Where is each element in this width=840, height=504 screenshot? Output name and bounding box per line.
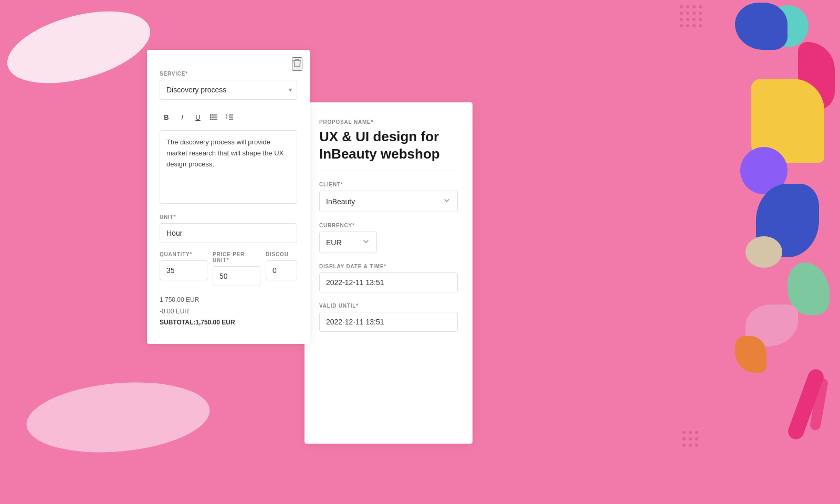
svg-point-24 — [695, 444, 698, 447]
price-field-group: PRICE PER UNIT* — [213, 251, 260, 286]
proposal-name-label: PROPOSAL NAME* — [319, 119, 458, 125]
display-date-label: DISPLAY DATE & TIME* — [319, 264, 458, 269]
svg-point-6 — [692, 12, 696, 15]
service-card: SERVICE* Discovery process ▾ B I U — [147, 50, 310, 344]
svg-point-27 — [210, 119, 212, 120]
quantity-field-group: QUANTITY* — [160, 251, 207, 286]
discount-label: DISCOU — [266, 251, 297, 257]
subtotal-line: SUBTOTAL:1,750.00 EUR — [160, 317, 297, 329]
client-select[interactable]: InBeauty — [319, 191, 458, 212]
quantity-input[interactable] — [160, 260, 207, 280]
unordered-list-button[interactable] — [207, 110, 220, 124]
svg-point-20 — [689, 437, 692, 440]
service-select-wrapper: Discovery process ▾ — [160, 80, 297, 100]
bold-button[interactable]: B — [160, 110, 173, 124]
svg-point-22 — [682, 444, 686, 447]
cards-container: SERVICE* Discovery process ▾ B I U — [147, 50, 472, 444]
proposal-card: PROPOSAL NAME* UX & UI design for InBeau… — [304, 102, 472, 444]
client-label: CLIENT* — [319, 182, 458, 187]
client-chevron-icon — [443, 196, 451, 206]
unit-field-group: UNIT* — [160, 214, 297, 243]
italic-button[interactable]: I — [175, 110, 189, 124]
total-line1: 1,750.00 EUR — [160, 295, 297, 306]
currency-value: EUR — [326, 238, 342, 247]
display-date-input[interactable] — [319, 272, 458, 292]
svg-point-13 — [686, 24, 689, 27]
total-line2: -0.00 EUR — [160, 306, 297, 318]
svg-point-7 — [699, 12, 702, 15]
svg-point-2 — [692, 5, 696, 8]
valid-until-input[interactable] — [319, 312, 458, 332]
underline-button[interactable]: U — [191, 110, 205, 124]
shape-beige-1 — [746, 236, 782, 268]
price-input[interactable] — [213, 266, 260, 286]
service-select[interactable]: Discovery process — [160, 80, 297, 100]
svg-point-19 — [682, 437, 686, 440]
description-textarea[interactable] — [160, 130, 297, 204]
svg-point-25 — [210, 114, 212, 116]
service-field-group: SERVICE* Discovery process ▾ — [160, 71, 297, 100]
svg-point-4 — [680, 12, 683, 15]
editor-toolbar: B I U 1. 2. 3. — [160, 108, 297, 126]
pricing-fields-row: QUANTITY* PRICE PER UNIT* DISCOU — [160, 251, 297, 286]
svg-text:3.: 3. — [226, 118, 228, 120]
currency-field-group: CURRENCY* EUR — [319, 223, 458, 253]
svg-point-10 — [692, 18, 696, 21]
valid-until-label: VALID UNTIL* — [319, 303, 458, 309]
svg-point-11 — [699, 18, 702, 21]
svg-point-17 — [689, 431, 692, 434]
proposal-name-value: UX & UI design for InBeauty webshop — [319, 128, 458, 171]
svg-point-12 — [680, 24, 683, 27]
svg-point-8 — [680, 18, 683, 21]
service-label: SERVICE* — [160, 71, 297, 77]
unit-label: UNIT* — [160, 214, 297, 220]
display-date-field-group: DISPLAY DATE & TIME* — [319, 264, 458, 292]
shape-orange-1 — [735, 336, 766, 373]
totals-section: 1,750.00 EUR -0.00 EUR SUBTOTAL:1,750.00… — [160, 295, 297, 329]
svg-point-14 — [692, 24, 696, 27]
svg-point-9 — [686, 18, 689, 21]
price-label: PRICE PER UNIT* — [213, 251, 260, 263]
client-value: InBeauty — [326, 197, 355, 206]
client-field-group: CLIENT* InBeauty — [319, 182, 458, 212]
discount-field-group: DISCOU — [266, 251, 297, 286]
valid-until-field-group: VALID UNTIL* — [319, 303, 458, 332]
svg-point-16 — [682, 431, 686, 434]
brush-stroke-topleft — [0, 0, 158, 97]
svg-point-18 — [695, 431, 698, 434]
currency-label: CURRENCY* — [319, 223, 458, 228]
ordered-list-button[interactable]: 1. 2. 3. — [223, 110, 236, 124]
dots-grid-top — [677, 3, 719, 47]
currency-chevron-icon — [362, 237, 370, 247]
svg-point-1 — [686, 5, 689, 8]
svg-point-5 — [686, 12, 689, 15]
quantity-label: QUANTITY* — [160, 251, 207, 257]
svg-point-23 — [689, 444, 692, 447]
svg-point-21 — [695, 437, 698, 440]
delete-button[interactable] — [292, 57, 302, 71]
unit-input[interactable] — [160, 223, 297, 243]
discount-input[interactable] — [266, 260, 297, 280]
proposal-name-section: PROPOSAL NAME* UX & UI design for InBeau… — [319, 119, 458, 171]
currency-select[interactable]: EUR — [319, 232, 377, 253]
deco-panel — [719, 0, 840, 504]
svg-point-15 — [699, 24, 702, 27]
svg-point-26 — [210, 117, 212, 118]
svg-point-3 — [699, 5, 702, 8]
shape-blue-1 — [735, 3, 788, 50]
svg-point-0 — [680, 5, 683, 8]
dots-grid-bottom — [680, 428, 722, 472]
